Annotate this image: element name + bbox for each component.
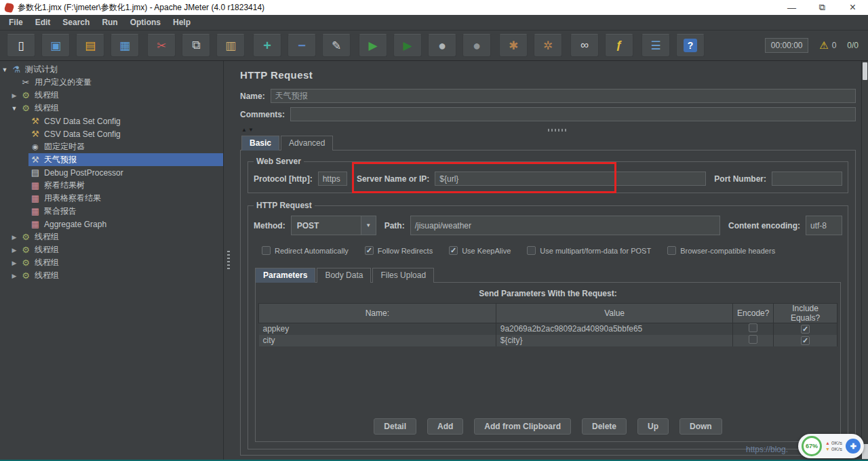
- content-encoding-input[interactable]: utf-8: [806, 216, 842, 235]
- tree-item-thread-group-1[interactable]: ▶ ⚙线程组: [0, 89, 223, 102]
- collapse-arrow-icon[interactable]: ▶: [9, 260, 19, 266]
- column-header-encode[interactable]: Encode?: [733, 304, 774, 323]
- start-no-pauses-button[interactable]: ▶: [393, 34, 422, 57]
- open-button[interactable]: ▤: [76, 34, 104, 57]
- up-button[interactable]: Up: [637, 418, 669, 435]
- tree-item-csv-config-2[interactable]: ⚒CSV Data Set Config: [0, 127, 223, 140]
- follow-redirects-checkbox[interactable]: [365, 246, 374, 255]
- system-monitor-widget[interactable]: 67% ▲0K/s ▼0K/s ✚: [798, 434, 864, 458]
- add-from-clipboard-button[interactable]: Add from Clipboard: [474, 418, 571, 435]
- stop-button[interactable]: ●: [428, 34, 456, 57]
- multipart-checkbox[interactable]: [527, 246, 536, 255]
- maximize-button[interactable]: ⧉: [807, 0, 837, 15]
- function-helper-button[interactable]: ƒ: [605, 34, 633, 57]
- menu-run[interactable]: Run: [96, 16, 123, 28]
- cut-button[interactable]: ✂: [147, 34, 176, 57]
- param-name-cell[interactable]: city: [259, 335, 496, 346]
- tree-item-thread-group-5[interactable]: ▶ ⚙线程组: [0, 256, 223, 269]
- tree-item-aggregate-graph[interactable]: ▦Aggregate Graph: [0, 218, 223, 230]
- port-number-input[interactable]: [772, 172, 842, 186]
- param-value-cell[interactable]: 9a2069a2b2ac98092ad40890a5bbfe65: [496, 323, 733, 335]
- tab-files-upload[interactable]: Files Upload: [372, 268, 434, 283]
- collapse-arrow-icon[interactable]: ▶: [9, 273, 19, 279]
- minimize-button[interactable]: —: [776, 0, 807, 15]
- paste-button[interactable]: ▥: [216, 34, 245, 57]
- tab-body-data[interactable]: Body Data: [317, 268, 371, 283]
- tree-item-thread-group-6[interactable]: ▶ ⚙线程组: [0, 269, 223, 282]
- help-button[interactable]: ?: [676, 34, 705, 57]
- toggle-button[interactable]: ✎: [322, 34, 351, 57]
- collapse-all-button[interactable]: −: [288, 34, 316, 57]
- encode-checkbox[interactable]: [749, 323, 757, 332]
- collapse-arrow-icon[interactable]: ▶: [9, 92, 19, 99]
- copy-button[interactable]: ⧉: [182, 34, 210, 57]
- menu-edit[interactable]: Edit: [29, 16, 57, 28]
- new-file-button[interactable]: ▯: [7, 34, 35, 57]
- menu-help[interactable]: Help: [167, 16, 197, 28]
- splitter-collapse-up-icon[interactable]: ▲: [241, 127, 247, 133]
- clear-all-button[interactable]: ✲: [534, 34, 562, 57]
- tree-item-csv-config-1[interactable]: ⚒CSV Data Set Config: [0, 115, 223, 127]
- collapse-arrow-icon[interactable]: ▶: [9, 247, 19, 254]
- tree-item-debug-postprocessor[interactable]: ▤Debug PostProcessor: [0, 166, 223, 179]
- protocol-input[interactable]: https: [318, 172, 347, 186]
- tab-basic[interactable]: Basic: [241, 136, 279, 151]
- tab-parameters[interactable]: Parameters: [255, 268, 315, 283]
- delete-button[interactable]: Delete: [582, 418, 627, 435]
- dropdown-arrow-icon[interactable]: ▼: [361, 216, 376, 235]
- path-input[interactable]: /jisuapi/weather: [410, 216, 720, 235]
- include-equals-checkbox[interactable]: [801, 336, 810, 345]
- start-button[interactable]: ▶: [359, 34, 387, 57]
- method-select[interactable]: POST ▼: [291, 216, 376, 235]
- tree-item-view-results-table[interactable]: ▦用表格察看结果: [0, 192, 223, 205]
- clear-button[interactable]: ✱: [499, 34, 528, 57]
- server-name-input[interactable]: ${url}: [435, 172, 706, 186]
- splitter-collapse-down-icon[interactable]: ▼: [248, 127, 254, 133]
- param-value-cell[interactable]: ${city}: [496, 335, 733, 346]
- shutdown-button[interactable]: ●: [462, 34, 491, 57]
- assistant-badge-icon[interactable]: ✚: [846, 439, 861, 454]
- menu-options[interactable]: Options: [124, 16, 167, 28]
- scrollbar-thumb[interactable]: [863, 62, 867, 80]
- collapse-arrow-icon[interactable]: ▶: [9, 234, 19, 241]
- column-header-value[interactable]: Value: [496, 304, 733, 323]
- splitter-grip[interactable]: [227, 251, 230, 270]
- detail-button[interactable]: Detail: [374, 418, 416, 435]
- templates-button[interactable]: ▣: [41, 34, 70, 57]
- expand-all-button[interactable]: +: [253, 34, 281, 57]
- tree-item-thread-group-2[interactable]: ▼ ⚙线程组: [0, 102, 223, 115]
- param-name-cell[interactable]: appkey: [259, 323, 496, 335]
- menu-search[interactable]: Search: [56, 16, 96, 28]
- tree-item-thread-group-4[interactable]: ▶ ⚙线程组: [0, 243, 223, 256]
- tree-item-http-request-weather[interactable]: ⚒天气预报: [0, 153, 223, 166]
- include-equals-checkbox[interactable]: [801, 325, 810, 334]
- save-button[interactable]: ▦: [111, 34, 139, 57]
- tree-item-aggregate-report[interactable]: ▦聚合报告: [0, 205, 223, 218]
- encode-checkbox[interactable]: [749, 335, 757, 344]
- column-header-name[interactable]: Name:: [259, 304, 496, 323]
- tree-item-thread-group-3[interactable]: ▶ ⚙线程组: [0, 230, 223, 243]
- expand-arrow-icon[interactable]: ▼: [9, 105, 19, 112]
- use-keepalive-checkbox[interactable]: [449, 246, 458, 255]
- comments-input[interactable]: [290, 107, 856, 121]
- horizontal-splitter[interactable]: ▲ ▼: [240, 125, 856, 134]
- menu-file[interactable]: File: [3, 16, 29, 28]
- tree-item-view-results-tree[interactable]: ▦察看结果树: [0, 179, 223, 192]
- tree-main-splitter[interactable]: [224, 61, 233, 460]
- redirect-automatically-checkbox[interactable]: [262, 246, 271, 255]
- name-input[interactable]: 天气预报: [271, 89, 856, 103]
- tree-item-test-plan[interactable]: ▼ ⚗测试计划: [0, 63, 223, 76]
- tree-item-user-variables[interactable]: ✂用户定义的变量: [0, 76, 223, 89]
- tree-item-constant-timer[interactable]: ◉固定定时器: [0, 140, 223, 153]
- down-button[interactable]: Down: [679, 418, 722, 435]
- close-button[interactable]: ×: [837, 0, 868, 15]
- browser-compatible-checkbox[interactable]: [667, 246, 676, 255]
- table-row[interactable]: appkey 9a2069a2b2ac98092ad40890a5bbfe65: [259, 323, 837, 335]
- splitter-grip[interactable]: [548, 129, 568, 132]
- search-button[interactable]: ∞: [570, 34, 599, 57]
- options-list-button[interactable]: ☰: [642, 34, 670, 57]
- vertical-scrollbar[interactable]: [861, 61, 868, 460]
- add-button[interactable]: Add: [427, 418, 463, 435]
- column-header-include-equals[interactable]: Include Equals?: [774, 304, 837, 323]
- expand-arrow-icon[interactable]: ▼: [0, 66, 9, 73]
